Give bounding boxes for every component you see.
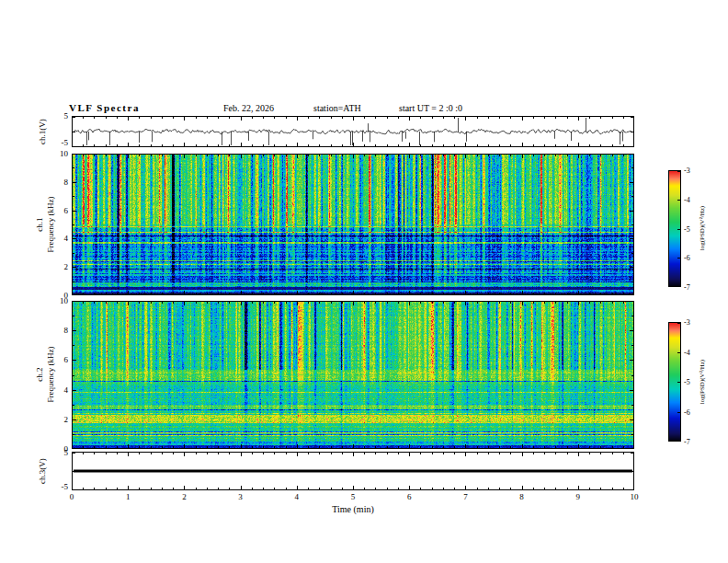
ch2-spec-ytick-label: 0 xyxy=(51,444,68,454)
colorbar1-tick-label: -7 xyxy=(684,283,690,292)
x-tick-label: 0 xyxy=(70,492,74,501)
x-axis-label: Time (min) xyxy=(332,504,373,514)
ch1-wave-ylabel: ch.1(V) xyxy=(38,119,47,144)
colorbar2-tick-label: -3 xyxy=(684,318,690,327)
colorbar-ch1 xyxy=(668,170,681,287)
colorbar-ch2 xyxy=(668,322,681,442)
figure-start-ut: start UT = 2 :0 :0 xyxy=(399,103,462,113)
colorbar1-tick-label: -4 xyxy=(684,196,690,204)
ch1-spec-ytick-label: 10 xyxy=(51,149,68,158)
ch2-spec-ytick-label: 8 xyxy=(51,326,68,335)
colorbar2-label: log(PSD)(V²/Hz) xyxy=(699,360,706,404)
x-tick-label: 10 xyxy=(631,492,639,501)
x-tick-label: 3 xyxy=(238,492,243,501)
ch2-spectrogram-canvas xyxy=(72,301,634,449)
ch3-wave-ylabel: ch.3(V) xyxy=(38,458,47,484)
ch1-spectrogram-canvas xyxy=(72,154,634,295)
colorbar1-tick-label: -6 xyxy=(684,254,690,262)
ch2-spec-ytick-label: 4 xyxy=(51,385,68,395)
ch2-spec-ytick-label: 10 xyxy=(51,296,68,305)
x-tick-label: 4 xyxy=(295,492,300,501)
colorbar2-tick-label: -4 xyxy=(684,349,690,357)
ch3-waveform-canvas xyxy=(72,452,634,490)
figure-title: VLF Spectra xyxy=(69,102,140,113)
colorbar1-label: log(PSD)(V²/Hz) xyxy=(699,206,706,250)
colorbar1-tick-label: -5 xyxy=(684,225,690,234)
ch2-spec-ytick-label: 2 xyxy=(51,415,68,424)
x-tick-label: 7 xyxy=(463,492,468,501)
colorbar2-tick-label: -6 xyxy=(684,408,690,417)
figure-date: Feb. 22, 2026 xyxy=(223,103,274,113)
ch1-waveform-canvas xyxy=(72,116,634,147)
ch2-spec-ytick-label: 6 xyxy=(51,355,68,364)
ch3-wave-ytick-bottom: -5 xyxy=(51,482,68,491)
x-tick-label: 5 xyxy=(351,492,356,501)
colorbar2-tick-label: -5 xyxy=(684,378,690,386)
colorbar2-tick-label: -7 xyxy=(684,438,690,446)
ch1-spec-ytick-label: 2 xyxy=(51,262,68,271)
ch1-wave-ytick-bottom: -5 xyxy=(51,138,68,147)
ch1-spec-ylabel-frequency: Frequency (kHz) xyxy=(46,196,55,252)
colorbar1-tick-label: -3 xyxy=(684,167,690,175)
ch1-spec-ylabel-channel: ch.1 xyxy=(35,217,44,231)
vlf-spectra-figure: VLF Spectra Feb. 22, 2026 station=ATH st… xyxy=(0,0,728,563)
x-tick-label: 1 xyxy=(126,492,131,501)
ch1-wave-ytick-top: 5 xyxy=(51,111,68,121)
x-tick-label: 6 xyxy=(407,492,412,501)
x-tick-label: 2 xyxy=(182,492,187,501)
ch1-spec-ytick-label: 6 xyxy=(51,206,68,215)
ch2-spec-ylabel-channel: ch.2 xyxy=(35,367,44,381)
x-tick-label: 8 xyxy=(519,492,524,501)
x-tick-label: 9 xyxy=(576,492,581,501)
figure-station: station=ATH xyxy=(313,103,361,113)
ch1-spec-ytick-label: 4 xyxy=(51,234,68,243)
ch1-spec-ytick-label: 8 xyxy=(51,178,68,187)
